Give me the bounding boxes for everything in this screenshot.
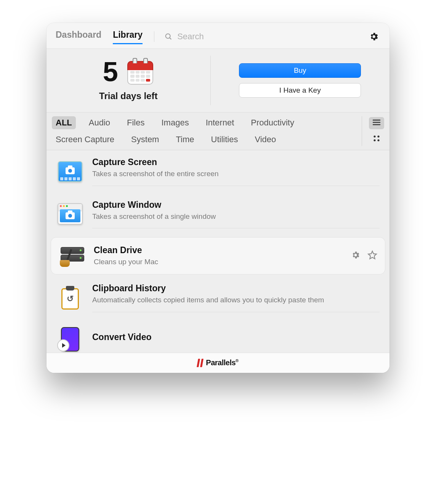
tool-row-capture-screen[interactable]: Capture Screen Takes a screenshot of the… <box>46 150 390 193</box>
category-filter-bar: ALL Audio Files Images Internet Producti… <box>46 112 390 150</box>
tool-row-capture-window[interactable]: Capture Window Takes a screenshot of a s… <box>46 193 390 236</box>
svg-point-6 <box>377 135 379 137</box>
list-view-icon <box>372 119 381 127</box>
category-video[interactable]: Video <box>251 133 280 146</box>
search-input[interactable] <box>176 31 364 42</box>
category-all[interactable]: ALL <box>52 116 76 129</box>
footer: Parallels® <box>46 353 390 373</box>
main-tabs: Dashboard Library <box>56 30 143 43</box>
category-internet[interactable]: Internet <box>202 116 238 129</box>
category-screen-capture[interactable]: Screen Capture <box>52 133 118 146</box>
calendar-icon <box>127 58 154 85</box>
parallels-logo-icon <box>197 359 203 367</box>
star-icon <box>367 250 377 262</box>
trial-days-number: 5 <box>103 58 118 85</box>
grid-view-button[interactable] <box>369 133 384 145</box>
category-audio[interactable]: Audio <box>85 116 114 129</box>
brand-name: Parallels® <box>206 358 238 367</box>
search-box <box>164 31 364 42</box>
svg-point-0 <box>166 34 170 38</box>
tab-library[interactable]: Library <box>113 30 143 44</box>
tool-settings-button[interactable] <box>350 250 361 262</box>
tool-row-clean-drive[interactable]: Clean Drive Cleans up your Mac <box>51 238 385 274</box>
app-window: Dashboard Library 5 <box>46 23 390 373</box>
category-utilities[interactable]: Utilities <box>207 133 242 146</box>
tool-title: Clipboard History <box>92 283 380 294</box>
tool-title: Capture Window <box>92 200 380 210</box>
topbar: Dashboard Library <box>46 23 390 49</box>
have-key-button[interactable]: I Have a Key <box>239 83 361 98</box>
tool-description: Automatically collects copied items and … <box>92 295 380 305</box>
tool-list: Capture Screen Takes a screenshot of the… <box>46 150 390 353</box>
tool-title: Clean Drive <box>94 245 341 255</box>
separator <box>154 31 154 42</box>
tool-favorite-button[interactable] <box>367 250 378 262</box>
tool-description: Cleans up your Mac <box>94 257 341 267</box>
tool-description: Takes a screenshot of a single window <box>92 212 380 222</box>
category-images[interactable]: Images <box>158 116 193 129</box>
capture-window-icon <box>56 202 84 226</box>
category-list: ALL Audio Files Images Internet Producti… <box>52 116 362 146</box>
svg-line-1 <box>170 37 171 39</box>
tool-description: Takes a screenshot of the entire screen <box>92 169 380 179</box>
settings-button[interactable] <box>367 30 380 43</box>
capture-screen-icon <box>56 159 84 184</box>
buy-button[interactable]: Buy <box>239 63 361 78</box>
trial-banner: 5 Trial days left Buy <box>46 49 390 112</box>
clipboard-history-icon: ↺ <box>56 286 84 310</box>
convert-video-icon <box>56 326 84 350</box>
svg-marker-9 <box>368 251 376 259</box>
gear-icon <box>369 32 379 42</box>
search-icon <box>164 32 173 41</box>
trial-caption: Trial days left <box>99 91 157 101</box>
svg-point-7 <box>373 139 375 141</box>
category-time[interactable]: Time <box>172 133 198 146</box>
view-toggles <box>362 116 384 146</box>
svg-point-8 <box>377 139 379 141</box>
clean-drive-icon <box>58 244 85 268</box>
tool-row-convert-video[interactable]: Convert Video <box>46 319 390 353</box>
gear-icon <box>351 250 360 261</box>
tool-title: Capture Screen <box>92 157 380 167</box>
grid-view-icon <box>373 135 380 143</box>
trial-info: 5 Trial days left <box>46 49 210 112</box>
category-files[interactable]: Files <box>123 116 148 129</box>
list-view-button[interactable] <box>369 117 384 129</box>
category-system[interactable]: System <box>127 133 163 146</box>
category-productivity[interactable]: Productivity <box>247 116 298 129</box>
tool-title: Convert Video <box>92 332 380 342</box>
tool-row-clipboard-history[interactable]: ↺ Clipboard History Automatically collec… <box>46 276 390 319</box>
trial-actions: Buy I Have a Key <box>211 49 390 112</box>
svg-point-5 <box>373 135 375 137</box>
tab-dashboard[interactable]: Dashboard <box>56 30 101 43</box>
